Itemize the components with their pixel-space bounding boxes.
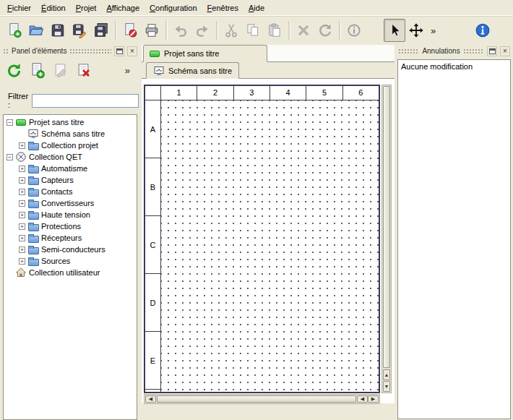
- tree-item-label: Collection utilisateur: [29, 268, 100, 277]
- project-tab-icon: [150, 51, 160, 57]
- tree-item-label: Projet sans titre: [29, 118, 84, 127]
- cut-icon: [223, 22, 239, 38]
- about-info-button[interactable]: [472, 19, 493, 42]
- edit-element-button[interactable]: [50, 60, 71, 81]
- cut-button[interactable]: [220, 19, 242, 42]
- collapse-icon[interactable]: −: [7, 119, 13, 126]
- expand-icon[interactable]: +: [19, 200, 25, 207]
- menu-aide[interactable]: Aide: [243, 1, 270, 14]
- close-document-button[interactable]: [119, 19, 141, 42]
- menu-affichage[interactable]: Affichage: [101, 1, 145, 14]
- column-header: 3: [234, 86, 270, 100]
- rotate-button[interactable]: [314, 19, 336, 42]
- tab-projet-sans-titre[interactable]: Projet sans titre: [143, 45, 267, 62]
- tree-item-collection-utilisateur[interactable]: Collection utilisateur: [4, 267, 137, 278]
- collapse-icon[interactable]: −: [7, 154, 13, 160]
- tree-item-collection-projet[interactable]: + Collection projet: [4, 140, 137, 151]
- tree-item-convertisseurs[interactable]: + Convertisseurs: [4, 197, 137, 209]
- tree-item-automatisme[interactable]: + Automatisme: [4, 163, 137, 174]
- expand-icon[interactable]: +: [19, 212, 25, 218]
- scroll-left-end-button[interactable]: ◀: [357, 395, 368, 403]
- tree-item-schema-sans-titre[interactable]: Schéma sans titre: [4, 128, 137, 140]
- tree-item-capteurs[interactable]: + Capteurs: [4, 174, 137, 186]
- folder-icon: [27, 186, 39, 197]
- new-document-button[interactable]: [4, 19, 25, 42]
- select-tool-button[interactable]: [384, 19, 405, 42]
- scroll-down-button[interactable]: ▼: [383, 381, 390, 392]
- tree-item-semi-conducteurs[interactable]: + Semi-conducteurs: [4, 244, 137, 255]
- menu-configuration[interactable]: Configuration: [145, 1, 202, 14]
- float-panel-button[interactable]: [487, 46, 497, 56]
- dock-grip[interactable]: [463, 48, 484, 54]
- close-panel-button[interactable]: ×: [127, 46, 137, 56]
- float-panel-button[interactable]: [114, 46, 124, 56]
- redo-icon: [194, 22, 210, 38]
- horizontal-scrollbar-thumb[interactable]: [157, 395, 356, 403]
- delete-icon: [296, 22, 311, 38]
- scroll-right-button[interactable]: ▶: [368, 395, 379, 403]
- folder-icon: [27, 197, 39, 209]
- save-all-button[interactable]: [90, 19, 112, 42]
- print-button[interactable]: [141, 19, 163, 42]
- delete-button[interactable]: [293, 19, 314, 42]
- scroll-left-button[interactable]: ◀: [145, 395, 156, 403]
- filter-label: Filtrer :: [8, 92, 28, 109]
- tree-item-label: Collection QET: [29, 153, 82, 161]
- info-icon: [346, 22, 362, 38]
- rotate-icon: [317, 22, 333, 38]
- undo-panel-title-bar[interactable]: Annulations ×: [397, 45, 512, 57]
- menu-fichier[interactable]: Fichier: [2, 1, 36, 14]
- undo-history-list[interactable]: Aucune modification: [397, 59, 511, 419]
- redo-button[interactable]: [191, 19, 213, 42]
- reload-collections-button[interactable]: [4, 60, 25, 81]
- close-panel-button[interactable]: ×: [500, 46, 510, 56]
- tree-item-contacts[interactable]: + Contacts: [4, 186, 137, 197]
- tree-item-protections[interactable]: + Protections: [4, 220, 137, 232]
- expand-icon[interactable]: +: [19, 247, 25, 253]
- expand-icon[interactable]: +: [19, 166, 25, 172]
- paste-button[interactable]: [264, 19, 285, 42]
- expand-icon[interactable]: +: [19, 177, 25, 184]
- undo-panel: Annulations × Aucune modification: [397, 45, 512, 420]
- expand-icon[interactable]: +: [19, 258, 25, 265]
- tree-item-sources[interactable]: + Sources: [4, 255, 137, 267]
- expand-icon[interactable]: +: [19, 235, 25, 241]
- schema-canvas-frame[interactable]: 1 2 3 4 5 6 A B C D E: [144, 85, 380, 393]
- menu-edition[interactable]: Édition: [36, 1, 71, 14]
- tree-item-haute-tension[interactable]: + Haute tension: [4, 209, 137, 220]
- expand-icon[interactable]: +: [19, 223, 25, 230]
- move-tool-button[interactable]: [405, 19, 427, 42]
- toolbar-separator: [115, 21, 116, 40]
- scroll-up-button[interactable]: ▲: [383, 369, 390, 380]
- dock-grip[interactable]: [69, 48, 111, 54]
- open-project-button[interactable]: [25, 19, 47, 42]
- elements-tree[interactable]: − Projet sans titre Schéma sans titre + …: [3, 114, 137, 420]
- tree-item-projet-sans-titre[interactable]: − Projet sans titre: [4, 116, 137, 128]
- tree-item-label: Récepteurs: [41, 233, 82, 242]
- new-element-button[interactable]: [27, 60, 48, 81]
- horizontal-scrollbar[interactable]: ◀ ◀ ▶: [144, 394, 380, 404]
- save-as-button[interactable]: [69, 19, 90, 42]
- reload-icon: [6, 62, 22, 79]
- vertical-scrollbar-thumb[interactable]: [383, 86, 390, 368]
- dock-grip[interactable]: [3, 48, 9, 54]
- dock-grip[interactable]: [398, 48, 419, 54]
- expand-icon[interactable]: +: [19, 189, 25, 195]
- menu-fenetres[interactable]: Fenêtres: [202, 1, 243, 14]
- save-button[interactable]: [47, 19, 69, 42]
- elements-panel-title-bar[interactable]: Panel d'éléments ×: [1, 45, 139, 57]
- info-button[interactable]: [343, 19, 365, 42]
- undo-button[interactable]: [170, 19, 191, 42]
- schema-grid-canvas[interactable]: [161, 100, 379, 392]
- tree-item-collection-qet[interactable]: − Collection QET: [4, 151, 137, 163]
- toolbar-overflow-button[interactable]: »: [427, 25, 439, 36]
- filter-input[interactable]: [32, 94, 139, 108]
- expand-icon[interactable]: +: [19, 142, 25, 149]
- menu-projet[interactable]: Projet: [71, 1, 102, 14]
- panel-toolbar-overflow-button[interactable]: »: [121, 65, 134, 76]
- tree-item-recepteurs[interactable]: + Récepteurs: [4, 232, 137, 244]
- delete-element-button[interactable]: [73, 60, 94, 81]
- tab-schema-sans-titre[interactable]: Schéma sans titre: [146, 62, 239, 79]
- copy-button[interactable]: [242, 19, 264, 42]
- vertical-scrollbar[interactable]: ▲ ▼: [381, 85, 392, 393]
